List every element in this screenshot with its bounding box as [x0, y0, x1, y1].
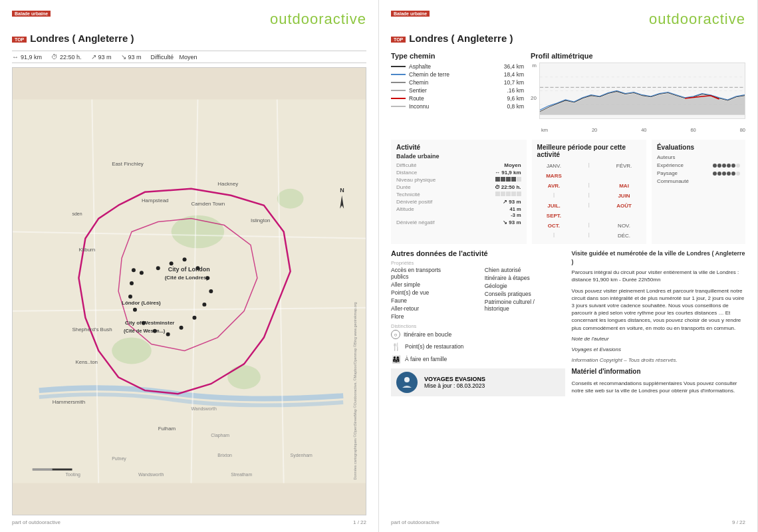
chemin-val-asphalte: 36,4 km [497, 63, 524, 70]
act-denivneg: Dénivelé négatif ↘ 93 m [396, 219, 521, 225]
month-mai: MAI [607, 182, 641, 190]
svg-rect-53 [33, 468, 53, 470]
act-denivpos: Dénivelé positif ↗ 93 m [396, 199, 521, 205]
prop-acces: Accès en transportspublics [391, 267, 471, 280]
autres-donnees-title: Autres données de l'activité [391, 249, 565, 257]
chemin-terre: Chemin de terre 18,4 km [391, 71, 524, 78]
act-technicite: Technicité [396, 192, 521, 198]
prop-aller-retour: Aller-retour [391, 305, 471, 312]
act-dist-value: ↔ 91,9 km [495, 170, 521, 176]
svg-point-51 [132, 268, 136, 272]
eval-communaute: Communauté [657, 178, 740, 184]
stat-duration: ⏱ 22:50 h. [51, 53, 82, 61]
act-duree-label: Durée [396, 184, 411, 190]
props-col1: Accès en transportspublics Aller simple … [391, 267, 471, 320]
props-col2: Chien autorisé Itinéraire à étapes Géolo… [485, 267, 565, 320]
brand-logo: outdooractive [270, 11, 366, 28]
chemin-label-terre: Chemin de terre [409, 71, 494, 78]
prop-flore: Flore [391, 313, 471, 320]
materiel-text: Conseils et recommandations supplémentai… [572, 380, 746, 394]
ascent-value: 93 m [98, 54, 112, 61]
stat-difficulty: Difficulté Moyen [151, 54, 197, 61]
svg-point-47 [142, 321, 146, 325]
svg-point-43 [192, 316, 196, 320]
meilleure-periode-box: Meilleure période pour cette activité JA… [532, 140, 646, 244]
profil-y-value: 20 [531, 95, 537, 101]
duration-value: 22:50 h. [60, 54, 82, 61]
act-denivneg-value: ↘ 93 m [503, 219, 521, 225]
act-tech-dots [495, 192, 521, 198]
chemin-line-terre [391, 74, 406, 75]
month-avr: AVR. [537, 182, 571, 190]
alt-min: -3 m [511, 212, 521, 218]
eval-experience: Expérience [657, 162, 740, 168]
stat-ascent: ↗ 93 m [91, 53, 112, 61]
chemin-label-sentier: Sentier [409, 87, 494, 94]
svg-text:Kens..ton: Kens..ton [75, 359, 98, 365]
right-page: Balade urbaine outdooractive TOP Londres… [379, 0, 758, 532]
route-title: Londres ( Angleterre ) [30, 33, 134, 44]
eval-auteurs-label: Auteurs [657, 154, 676, 160]
profil-x-km: km [541, 127, 548, 133]
act-distance: Distance ↔ 91,9 km [396, 170, 521, 176]
footer-page-left: 1 / 22 [353, 519, 366, 525]
svg-text:City of London: City of London [168, 266, 210, 273]
svg-point-4 [227, 365, 261, 389]
chemin-inconnu: Inconnu 0,8 km [391, 103, 524, 110]
description-col: Visite guidée et numérotée de la ville d… [572, 249, 746, 398]
svg-point-40 [205, 276, 209, 280]
svg-text:Wandsworth: Wandsworth [138, 472, 164, 477]
svg-text:Hammersmith: Hammersmith [53, 399, 85, 405]
act-difficulte: Difficulté Moyen [396, 162, 521, 168]
act-diff-value: Moyen [504, 162, 521, 168]
difficulty-label: Difficulté [151, 54, 174, 61]
svg-text:Lóndor (Lóires): Lóndor (Lóires) [122, 300, 161, 306]
eval-auteurs: Auteurs [657, 154, 740, 160]
profil-section: Profil altimétrique m 20 [531, 52, 745, 133]
svg-text:Brixton: Brixton [217, 453, 232, 458]
chemin-line-sentier [391, 90, 406, 91]
dist-restauration: 🍴 Point(s) de restauration [391, 341, 565, 352]
eval-com-label: Communauté [657, 178, 689, 184]
svg-text:Hackney: Hackney [217, 181, 238, 187]
prop-patrimoine: Patrimoine culturel /historique [485, 299, 565, 312]
svg-point-41 [209, 289, 213, 293]
svg-point-39 [195, 266, 199, 270]
svg-text:sden: sden [72, 211, 82, 216]
month-fev: FÉVR. [607, 162, 641, 170]
chemin-asphalte: Asphalte 36,4 km [391, 63, 524, 70]
dist-boucle: ○ Itinéraire en boucle [391, 330, 565, 339]
distinctions-label: Distinctions [391, 323, 565, 329]
chemin-sentier: Sentier .16 km [391, 87, 524, 94]
profil-y-label: m [532, 63, 537, 68]
proprietes-label: Propriétés [391, 260, 565, 266]
publisher-update: Mise à jour : 08.03.2023 [424, 382, 485, 389]
right-badge-row: Balade urbaine [391, 11, 432, 17]
svg-text:Putney: Putney [112, 456, 126, 462]
svg-point-42 [202, 303, 206, 307]
chemin-line-chemin [391, 82, 406, 83]
svg-point-36 [156, 266, 160, 270]
desc-intro: Visite guidée et numérotée de la ville d… [572, 249, 746, 266]
svg-text:East Finchley: East Finchley [112, 161, 144, 167]
profil-chart [539, 63, 745, 119]
month-jan: JANV. [537, 162, 571, 170]
svg-text:Données cartographiques ©OpenS: Données cartographiques ©OpenStreetMap ©… [353, 302, 357, 479]
footer-brand-right: part of outdooractive [391, 519, 440, 525]
svg-point-3 [112, 338, 152, 364]
svg-text:Hampstead: Hampstead [142, 198, 169, 203]
months-grid: JANV. | FÉVR. MARS AVR. | MAI | | JUIN J… [537, 162, 641, 240]
copyright: Information Copyright – Tous droits rése… [572, 356, 746, 364]
svg-point-5 [277, 189, 304, 209]
right-top-badge: TOP [391, 37, 406, 43]
eval-pay-dots [713, 172, 740, 176]
svg-point-50 [130, 281, 134, 285]
stat-distance: ↔ 91,9 km [12, 53, 42, 61]
footer-brand-left: part of outdooractive [12, 519, 61, 525]
left-page: Balade urbaine outdooractive TOP Londres… [0, 0, 379, 532]
right-category-badge: Balade urbaine [391, 11, 430, 17]
desc-para1: Parcours intégral du circuit pour visite… [572, 269, 746, 283]
distance-icon: ↔ [12, 53, 19, 61]
act-alt-values: 41 m -3 m [509, 206, 521, 218]
stats-bar: ↔ 91,9 km ⏱ 22:50 h. ↗ 93 m ↘ 93 m Diffi… [12, 51, 366, 63]
